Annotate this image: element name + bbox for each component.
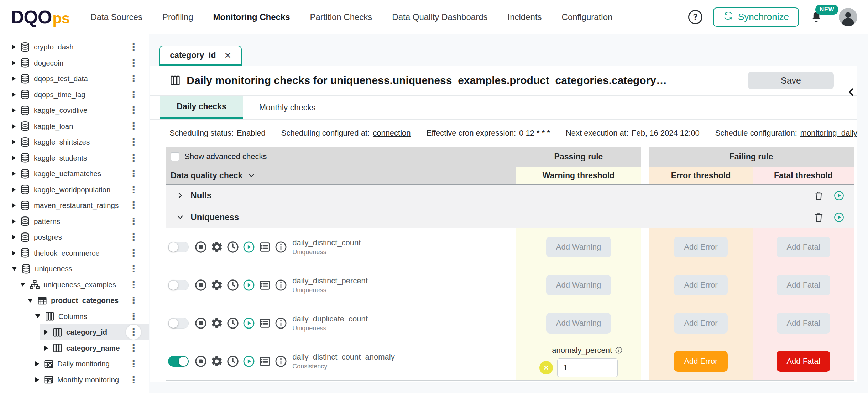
nav-item-monitoring-checks[interactable]: Monitoring Checks bbox=[213, 12, 290, 22]
close-icon[interactable]: × bbox=[224, 49, 231, 61]
caret-down-icon[interactable] bbox=[12, 267, 17, 271]
run-check-icon[interactable] bbox=[242, 241, 255, 253]
item-menu-icon[interactable]: ⋮ bbox=[126, 246, 141, 261]
check-enabled-toggle[interactable] bbox=[168, 318, 189, 329]
add-fatal-button[interactable]: Add Fatal bbox=[777, 237, 830, 257]
item-menu-icon[interactable]: ⋮ bbox=[126, 71, 141, 86]
item-menu-icon[interactable]: ⋮ bbox=[126, 356, 141, 371]
app-logo[interactable]: DQO ps bbox=[11, 6, 70, 28]
item-menu-icon[interactable]: ⋮ bbox=[126, 40, 141, 54]
add-fatal-button[interactable]: Add Fatal bbox=[777, 275, 830, 295]
add-error-button[interactable]: Add Error bbox=[674, 313, 727, 334]
schedule-icon[interactable] bbox=[226, 279, 239, 292]
sidebar-item-dogecoin[interactable]: dogecoin⋮ bbox=[0, 55, 149, 71]
results-icon[interactable] bbox=[258, 279, 271, 292]
sidebar-item-uniqueness[interactable]: uniqueness⋮ bbox=[0, 261, 149, 277]
settings-icon[interactable] bbox=[210, 355, 223, 368]
nav-item-profiling[interactable]: Profiling bbox=[162, 12, 193, 22]
item-menu-icon[interactable]: ⋮ bbox=[126, 214, 141, 229]
caret-right-icon[interactable] bbox=[12, 203, 16, 208]
disable-check-icon[interactable] bbox=[194, 241, 207, 253]
delete-section-icon[interactable] bbox=[813, 212, 824, 223]
nav-item-incidents[interactable]: Incidents bbox=[508, 12, 542, 22]
caret-right-icon[interactable] bbox=[12, 61, 16, 66]
scheduling-value[interactable]: monitoring_daily bbox=[800, 129, 857, 138]
collapse-panel-icon[interactable] bbox=[846, 87, 857, 99]
chevron-down-icon[interactable] bbox=[176, 213, 185, 222]
caret-right-icon[interactable] bbox=[12, 187, 16, 192]
sidebar-item-uniqueness-examples[interactable]: uniqueness_examples⋮ bbox=[0, 277, 149, 293]
save-button[interactable]: Save bbox=[748, 72, 834, 89]
run-section-icon[interactable] bbox=[833, 212, 845, 223]
results-icon[interactable] bbox=[258, 355, 271, 368]
info-icon[interactable] bbox=[274, 241, 287, 253]
item-menu-icon[interactable]: ⋮ bbox=[126, 341, 141, 356]
sidebar-item-kaggle-covidlive[interactable]: kaggle_covidlive⋮ bbox=[0, 103, 149, 119]
check-enabled-toggle[interactable] bbox=[168, 356, 189, 367]
item-menu-icon[interactable]: ⋮ bbox=[126, 325, 141, 340]
item-menu-icon[interactable]: ⋮ bbox=[126, 293, 141, 308]
sidebar-item-patterns[interactable]: patterns⋮ bbox=[0, 214, 149, 230]
info-icon[interactable] bbox=[615, 346, 623, 354]
results-icon[interactable] bbox=[258, 317, 271, 330]
settings-icon[interactable] bbox=[210, 241, 223, 253]
disable-check-icon[interactable] bbox=[194, 279, 207, 292]
anomaly-percent-input[interactable] bbox=[557, 358, 618, 377]
item-menu-icon[interactable]: ⋮ bbox=[126, 261, 141, 276]
add-warning-button[interactable]: Add Warning bbox=[546, 313, 611, 334]
caret-right-icon[interactable] bbox=[35, 377, 39, 382]
caret-right-icon[interactable] bbox=[12, 92, 16, 97]
check-enabled-toggle[interactable] bbox=[168, 280, 189, 290]
section-row-uniqueness[interactable]: Uniqueness bbox=[166, 206, 854, 228]
add-fatal-button[interactable]: Add Fatal bbox=[777, 313, 830, 334]
item-menu-icon[interactable]: ⋮ bbox=[126, 230, 141, 245]
show-advanced-checkbox[interactable] bbox=[171, 152, 179, 161]
run-check-icon[interactable] bbox=[242, 355, 255, 368]
nav-item-data-quality-dashboards[interactable]: Data Quality Dashboards bbox=[392, 12, 487, 22]
schedule-icon[interactable] bbox=[226, 241, 239, 253]
results-icon[interactable] bbox=[258, 241, 271, 253]
item-menu-icon[interactable]: ⋮ bbox=[126, 151, 141, 166]
sidebar-item-columns[interactable]: Columns⋮ bbox=[0, 309, 149, 325]
add-error-button[interactable]: Add Error bbox=[674, 275, 727, 295]
caret-right-icon[interactable] bbox=[12, 44, 16, 49]
caret-right-icon[interactable] bbox=[12, 156, 16, 161]
sidebar-item-crypto-dash[interactable]: crypto_dash⋮ bbox=[0, 39, 149, 55]
schedule-icon[interactable] bbox=[226, 355, 239, 368]
sidebar-item-kaggle-loan[interactable]: kaggle_loan⋮ bbox=[0, 119, 149, 135]
avatar[interactable] bbox=[839, 8, 857, 26]
add-error-button[interactable]: Add Error bbox=[674, 237, 727, 257]
check-enabled-toggle[interactable] bbox=[168, 242, 189, 252]
data-quality-check-header[interactable]: Data quality check bbox=[166, 167, 516, 184]
item-menu-icon[interactable]: ⋮ bbox=[126, 135, 141, 150]
caret-right-icon[interactable] bbox=[35, 361, 39, 366]
tab-category-id[interactable]: category_id × bbox=[159, 46, 242, 66]
item-menu-icon[interactable]: ⋮ bbox=[126, 198, 141, 213]
caret-right-icon[interactable] bbox=[12, 108, 16, 113]
scheduling-value[interactable]: connection bbox=[373, 129, 411, 138]
run-check-icon[interactable] bbox=[242, 317, 255, 330]
chevron-right-icon[interactable] bbox=[176, 191, 185, 200]
notifications-button[interactable]: NEW bbox=[810, 10, 823, 25]
caret-right-icon[interactable] bbox=[12, 251, 16, 256]
caret-right-icon[interactable] bbox=[12, 219, 16, 224]
settings-icon[interactable] bbox=[210, 317, 223, 330]
sidebar-item-category-name[interactable]: category_name⋮ bbox=[0, 340, 149, 356]
caret-right-icon[interactable] bbox=[12, 171, 16, 176]
info-icon[interactable] bbox=[274, 317, 287, 330]
sidebar-item-monthly-monitoring[interactable]: Monthly monitoring⋮ bbox=[0, 372, 149, 388]
sidebar-item-kaggle-worldpopulation[interactable]: kaggle_worldpopulation⋮ bbox=[0, 182, 149, 198]
add-error-button[interactable]: Add Error bbox=[674, 351, 727, 372]
sidebar-item-thelook-ecommerce[interactable]: thelook_ecommerce⋮ bbox=[0, 245, 149, 261]
sidebar-item-kaggle-students[interactable]: kaggle_students⋮ bbox=[0, 150, 149, 166]
run-section-icon[interactable] bbox=[833, 190, 845, 201]
caret-right-icon[interactable] bbox=[12, 76, 16, 81]
item-menu-icon[interactable]: ⋮ bbox=[126, 182, 141, 197]
item-menu-icon[interactable]: ⋮ bbox=[126, 103, 141, 118]
add-fatal-button[interactable]: Add Fatal bbox=[777, 351, 830, 372]
run-check-icon[interactable] bbox=[242, 279, 255, 292]
caret-right-icon[interactable] bbox=[12, 235, 16, 240]
info-icon[interactable] bbox=[274, 355, 287, 368]
synchronize-button[interactable]: Synchronize bbox=[713, 7, 799, 27]
nav-item-configuration[interactable]: Configuration bbox=[562, 12, 613, 22]
